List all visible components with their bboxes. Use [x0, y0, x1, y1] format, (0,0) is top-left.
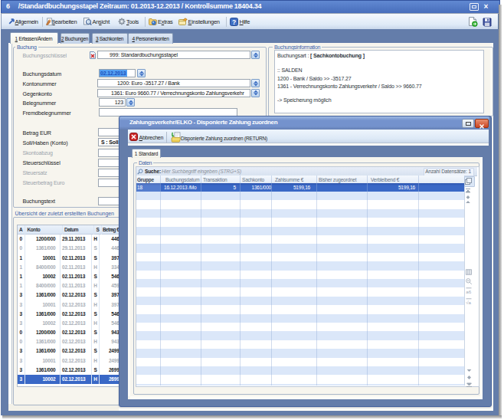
svg-text:?: ? [232, 18, 236, 25]
svg-text:√a: √a [466, 299, 471, 304]
svg-text:a6: a6 [466, 288, 471, 294]
